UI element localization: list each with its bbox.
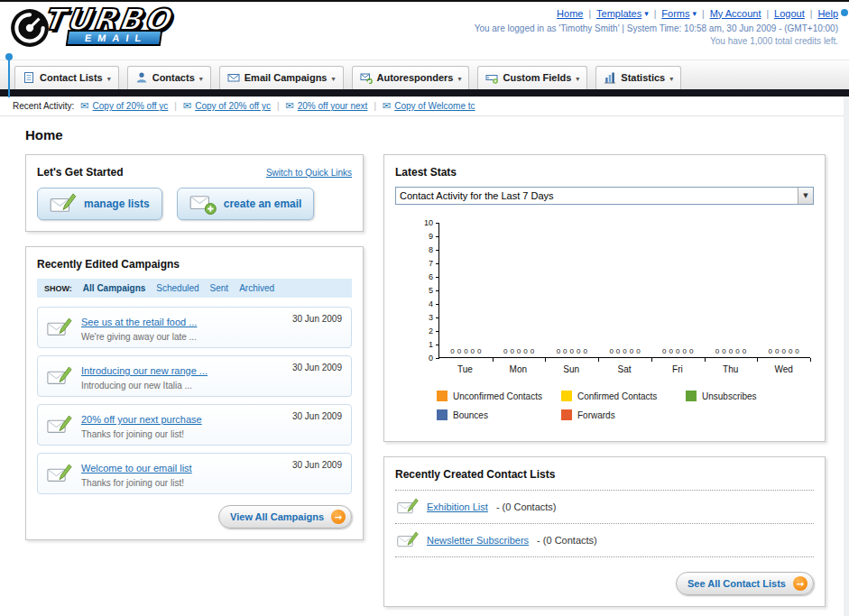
bar-value-label: 0 — [636, 348, 640, 355]
campaign-filters: SHOW: All Campaigns Scheduled Sent Archi… — [37, 279, 352, 298]
campaign-title-link[interactable]: Introducing our new range ... — [81, 365, 208, 376]
chart-bar-group: 00000 — [493, 223, 546, 357]
filter-archived[interactable]: Archived — [239, 283, 274, 293]
campaign-date: 30 Jun 2009 — [292, 460, 342, 470]
arrow-right-icon — [793, 576, 807, 591]
bar-value-label: 0 — [769, 348, 772, 355]
legend-item: Bounces — [437, 409, 561, 420]
envelope-icon — [286, 100, 294, 112]
legend-swatch — [561, 391, 572, 401]
tab-contact-lists[interactable]: Contact Lists — [14, 66, 119, 89]
recent-activity-link[interactable]: Copy of 20% off yc — [195, 101, 271, 111]
bar-value-label: 0 — [616, 348, 620, 355]
separator — [651, 8, 660, 19]
left-column: Let's Get Started Switch to Quick Links … — [25, 154, 364, 555]
bar-value-label: 0 — [689, 348, 693, 355]
envelope-pencil-icon — [47, 366, 72, 387]
bar-value-label: 0 — [583, 348, 586, 355]
filter-all-campaigns[interactable]: All Campaigns — [83, 283, 145, 293]
envelope-pencil-icon — [47, 317, 72, 338]
y-axis-tick: 0 — [429, 354, 439, 363]
tab-autoresponders[interactable]: Autoresponders — [352, 66, 470, 89]
campaign-row: Introducing our new range ... Introducin… — [37, 355, 352, 397]
y-axis-tick: 8 — [429, 245, 439, 254]
stats-period-select[interactable]: Contact Activity for the Last 7 Days — [395, 187, 814, 205]
bar-value-label: 0 — [450, 348, 454, 355]
x-axis-label: Sun — [545, 364, 598, 374]
filter-sent[interactable]: Sent — [210, 283, 229, 293]
caret-down-icon — [331, 72, 335, 84]
chart-x-labels: TueMonSunSatFriThuWed — [438, 358, 810, 374]
tab-label: Email Campaigns — [245, 72, 328, 83]
tab-contacts[interactable]: Contacts — [127, 66, 211, 89]
recent-campaigns-panel: Recently Edited Campaigns SHOW: All Camp… — [25, 246, 364, 540]
tab-label: Autoresponders — [377, 72, 454, 83]
manage-lists-button[interactable]: manage lists — [37, 188, 162, 220]
contact-list-count: - (0 Contacts) — [537, 535, 597, 546]
campaign-date: 30 Jun 2009 — [292, 411, 342, 421]
x-axis-label: Thu — [704, 364, 757, 374]
campaign-subtitle: Thanks for joining our list! — [81, 429, 202, 439]
nav-templates-link[interactable]: Templates — [596, 8, 641, 19]
bar-value-label: 0 — [715, 348, 719, 355]
filter-scheduled[interactable]: Scheduled — [156, 283, 198, 293]
nav-help-link[interactable]: Help — [817, 8, 838, 19]
turbo-email-logo[interactable]: TURBO EMAIL — [9, 5, 172, 49]
see-all-contact-lists-button[interactable]: See All Contact Lists — [676, 572, 814, 595]
recent-activity-label: Recent Activity: — [13, 101, 74, 111]
envelope-icon — [383, 100, 391, 112]
y-axis-tick: 9 — [429, 232, 439, 241]
caret-down-icon — [107, 72, 111, 84]
latest-stats-title: Latest Stats — [395, 166, 814, 179]
tab-custom-fields[interactable]: Custom Fields — [477, 66, 587, 89]
view-all-campaigns-button[interactable]: View All Campaigns — [218, 505, 352, 529]
page-title: Home — [25, 127, 826, 143]
tab-label: Contacts — [152, 72, 195, 83]
nav-logout-link[interactable]: Logout — [774, 8, 805, 19]
bar-value-label: 0 — [510, 348, 513, 355]
recent-activity-link[interactable]: Copy of Welcome tc — [394, 101, 475, 111]
logo-subtext: EMAIL — [66, 30, 163, 46]
contact-list-link[interactable]: Exhibition List — [427, 501, 488, 512]
bar-value-label: 0 — [781, 348, 785, 355]
switch-quick-links-link[interactable]: Switch to Quick Links — [266, 168, 352, 178]
chart-bar-group: 00000 — [598, 223, 651, 357]
x-axis-label: Fri — [651, 364, 704, 374]
tab-email-campaigns[interactable]: Email Campaigns — [219, 66, 344, 89]
contact-activity-chart: 012345678910 000000000000000000000000000… — [415, 223, 810, 374]
recent-activity-link[interactable]: 20% off your next — [298, 101, 368, 111]
bar-value-label: 0 — [570, 348, 574, 355]
contact-list-link[interactable]: Newsletter Subscribers — [427, 535, 529, 546]
campaign-row: See us at the retail food ... We're givi… — [37, 307, 352, 348]
bar-value-label: 0 — [457, 348, 461, 355]
recent-activity-bar: Recent Activity: Copy of 20% off yc Copy… — [0, 97, 844, 116]
campaign-title-link[interactable]: Welcome to our email list — [81, 463, 192, 473]
chart-bar-group: 00000 — [545, 223, 598, 357]
envelope-icon — [183, 100, 191, 112]
get-started-title: Let's Get Started — [37, 166, 124, 179]
tab-statistics[interactable]: Statistics — [595, 66, 681, 89]
separator — [807, 8, 816, 19]
contacts-icon — [135, 71, 148, 84]
chart-bar-group: 00000 — [705, 223, 758, 357]
create-email-button[interactable]: create an email — [177, 188, 315, 220]
campaign-title-link[interactable]: 20% off your next purchase — [81, 414, 202, 425]
recent-activity-link[interactable]: Copy of 20% off yc — [93, 101, 169, 111]
nav-forms-link[interactable]: Forms — [661, 8, 689, 19]
chart-bar-group: 00000 — [757, 223, 810, 357]
tab-label: Contact Lists — [40, 72, 103, 83]
bar-value-label: 0 — [795, 348, 798, 355]
bar-value-label: 0 — [523, 348, 527, 355]
logo-pointer-line — [8, 60, 10, 97]
chart-groups: 00000000000000000000000000000000000 — [438, 223, 810, 358]
custom-fields-icon — [485, 71, 498, 84]
y-axis-tick: 5 — [429, 286, 439, 295]
tab-label: Custom Fields — [503, 72, 571, 83]
nav-home-link[interactable]: Home — [557, 8, 583, 19]
legend-label: Forwards — [577, 410, 615, 420]
campaign-title-link[interactable]: See us at the retail food ... — [81, 317, 197, 327]
nav-my-account-link[interactable]: My Account — [710, 8, 761, 19]
separator — [374, 101, 376, 111]
envelope-pencil-icon — [47, 464, 72, 484]
envelope-pencil-icon — [397, 498, 419, 516]
